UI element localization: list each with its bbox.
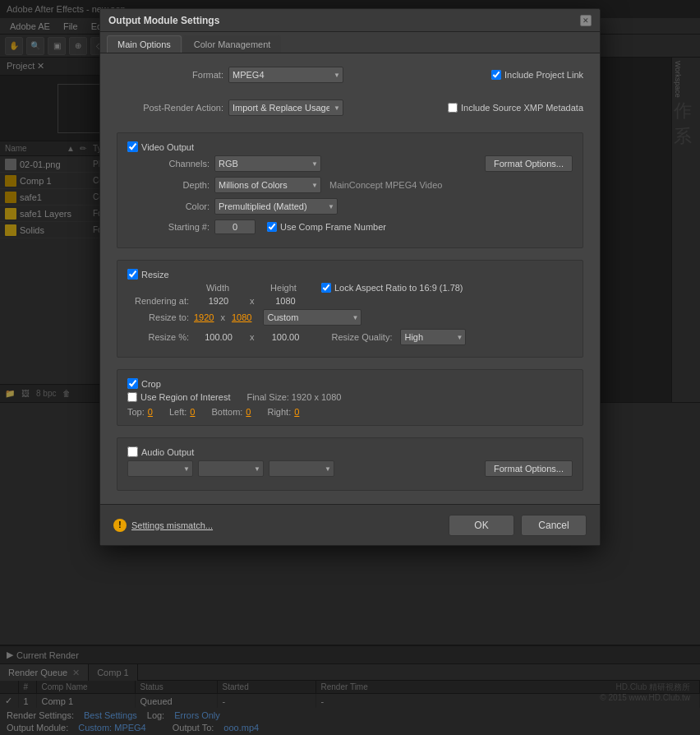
- post-render-select[interactable]: Import & Replace Usage: [228, 99, 343, 116]
- format-select[interactable]: MPEG4: [228, 67, 343, 83]
- depth-label: Depth:: [127, 180, 210, 190]
- depth-select[interactable]: Millions of Colors: [214, 177, 321, 193]
- include-xmp-checkbox[interactable]: Include Source XMP Metadata: [448, 103, 583, 113]
- resize-col-headers: Width Height Lock Aspect Ratio to 16:9 (…: [127, 283, 573, 293]
- channels-label: Channels:: [127, 159, 210, 169]
- post-render-select-wrap[interactable]: Import & Replace Usage: [228, 99, 343, 116]
- color-row: Color: Premultiplied (Matted): [127, 198, 573, 215]
- resize-pct-row: Resize %: 100.00 x 100.00 Resize Quality…: [127, 329, 573, 345]
- use-comp-frame-input[interactable]: [267, 222, 277, 232]
- crop-left-value[interactable]: 0: [190, 407, 195, 417]
- rendering-at-w: 1920: [194, 296, 243, 306]
- format-select-wrap[interactable]: MPEG4: [228, 67, 343, 83]
- modal-close-button[interactable]: ✕: [580, 15, 592, 26]
- audio-controls-row: Format Options...: [127, 460, 573, 477]
- modal-title: Output Module Settings: [108, 15, 219, 26]
- resize-checkbox[interactable]: [127, 269, 138, 280]
- cancel-button[interactable]: Cancel: [521, 515, 587, 536]
- resize-to-h[interactable]: 1080: [232, 312, 251, 322]
- include-xmp-input[interactable]: [448, 103, 458, 113]
- channels-row: Channels: RGB Format Options...: [127, 155, 573, 172]
- use-comp-frame-checkbox[interactable]: Use Comp Frame Number: [267, 222, 386, 232]
- audio-select3-wrap[interactable]: [269, 460, 334, 477]
- crop-top: Top: 0: [127, 407, 153, 417]
- crop-bottom: Bottom: 0: [211, 407, 251, 417]
- resize-preset-wrap[interactable]: Custom: [263, 309, 362, 326]
- tab-color-management[interactable]: Color Management: [183, 35, 282, 53]
- crop-right: Right: 0: [267, 407, 299, 417]
- channels-select-wrap[interactable]: RGB: [214, 155, 321, 172]
- audio-output-checkbox[interactable]: [127, 446, 138, 457]
- resize-quality-select[interactable]: High: [400, 329, 466, 345]
- crop-fields: Top: 0 Left: 0 Bottom: 0 Right: 0: [127, 407, 573, 417]
- audio-select1-wrap[interactable]: [127, 460, 193, 477]
- crop-top-value[interactable]: 0: [148, 407, 153, 417]
- tab-main-options[interactable]: Main Options: [107, 35, 182, 53]
- width-col-header: Width: [193, 283, 242, 293]
- resize-preset-select[interactable]: Custom: [263, 309, 362, 326]
- crop-bottom-value[interactable]: 0: [246, 407, 251, 417]
- ok-button[interactable]: OK: [449, 515, 514, 536]
- include-project-link-checkbox[interactable]: Include Project Link: [491, 70, 583, 80]
- footer-buttons: OK Cancel: [449, 515, 587, 536]
- settings-mismatch-link[interactable]: Settings mismatch...: [131, 520, 213, 530]
- audio-select1[interactable]: [127, 460, 193, 477]
- starting-hash-label: Starting #:: [127, 222, 210, 232]
- lock-aspect-checkbox[interactable]: Lock Aspect Ratio to 16:9 (1.78): [321, 283, 463, 293]
- rendering-at-row: Rendering at: 1920 x 1080: [127, 296, 573, 306]
- crop-options-row: Use Region of Interest Final Size: 1920 …: [127, 392, 573, 402]
- audio-output-section: Audio Output Form: [117, 437, 583, 491]
- format-label: Format:: [117, 70, 223, 80]
- starting-hash-row: Starting #: Use Comp Frame Number: [127, 220, 573, 234]
- height-col-header: Height: [259, 283, 308, 293]
- channels-select[interactable]: RGB: [214, 155, 321, 172]
- format-options-button[interactable]: Format Options...: [485, 155, 573, 172]
- resize-pct-w: 100.00: [194, 332, 243, 342]
- rendering-at-label: Rendering at:: [127, 296, 189, 306]
- output-module-dialog: Output Module Settings ✕ Main Options Co…: [99, 8, 601, 546]
- post-render-label: Post-Render Action:: [117, 103, 223, 113]
- post-render-row: Post-Render Action: Import & Replace Usa…: [117, 99, 583, 116]
- audio-select2[interactable]: [198, 460, 264, 477]
- depth-select-wrap[interactable]: Millions of Colors: [214, 177, 321, 193]
- audio-select2-wrap[interactable]: [198, 460, 264, 477]
- resize-quality-wrap[interactable]: High: [400, 329, 466, 345]
- crop-section: Crop Use Region of Interest Final Size: …: [117, 369, 583, 426]
- final-size-label: Final Size: 1920 x 1080: [246, 392, 341, 402]
- crop-right-value[interactable]: 0: [294, 407, 299, 417]
- modal-overlay: Output Module Settings ✕ Main Options Co…: [0, 0, 700, 735]
- crop-header: Crop: [127, 378, 573, 389]
- include-project-link-input[interactable]: [491, 70, 501, 80]
- audio-output-header: Audio Output: [127, 446, 573, 457]
- resize-pct-h: 100.00: [261, 332, 311, 342]
- video-output-section: Video Output Channels: RGB Format Option…: [117, 132, 583, 248]
- modal-tabs[interactable]: Main Options Color Management: [100, 32, 600, 53]
- codec-note: MainConcept MPEG4 Video: [329, 180, 442, 190]
- resize-to-row: Resize to: 1920 x 1080 Custom: [127, 309, 573, 326]
- color-label: Color:: [127, 201, 210, 211]
- resize-to-w[interactable]: 1920: [194, 312, 214, 322]
- rendering-at-h: 1080: [261, 296, 311, 306]
- use-region-checkbox[interactable]: Use Region of Interest: [127, 392, 230, 402]
- starting-hash-input[interactable]: [214, 220, 256, 234]
- color-select-wrap[interactable]: Premultiplied (Matted): [214, 198, 338, 215]
- audio-format-options-button[interactable]: Format Options...: [485, 460, 573, 477]
- resize-header: Resize: [127, 269, 573, 280]
- modal-footer: ! Settings mismatch... OK Cancel: [100, 504, 600, 545]
- audio-select3[interactable]: [269, 460, 334, 477]
- crop-checkbox[interactable]: [127, 378, 138, 389]
- crop-left: Left: 0: [169, 407, 196, 417]
- warning-row: ! Settings mismatch...: [113, 519, 213, 532]
- color-select[interactable]: Premultiplied (Matted): [214, 198, 338, 215]
- resize-pct-label: Resize %:: [127, 332, 189, 342]
- warning-icon: !: [113, 519, 127, 532]
- use-region-input[interactable]: [127, 392, 137, 402]
- format-row: Format: MPEG4 Include Project Link: [117, 67, 583, 83]
- lock-aspect-input[interactable]: [321, 283, 331, 293]
- lock-aspect-label: Lock Aspect Ratio to 16:9 (1.78): [321, 283, 463, 293]
- resize-quality-label: Resize Quality:: [332, 332, 393, 342]
- video-output-checkbox[interactable]: [127, 141, 138, 152]
- depth-row: Depth: Millions of Colors MainConcept MP…: [127, 177, 573, 193]
- video-output-header: Video Output: [127, 141, 573, 152]
- resize-section: Resize Width Height Lock Aspect Ratio to…: [117, 260, 583, 358]
